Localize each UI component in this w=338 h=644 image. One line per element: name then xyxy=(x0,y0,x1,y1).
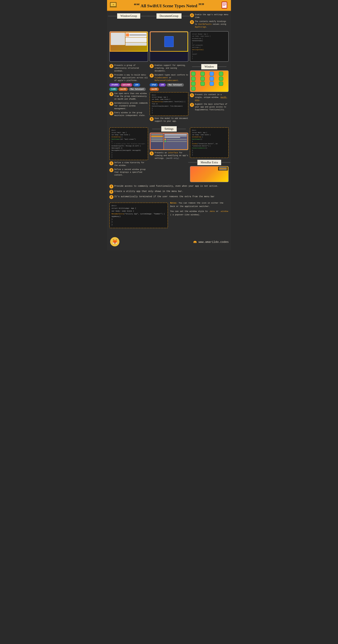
svg-rect-3 xyxy=(110,7,117,8)
header: 😺 ““ All SwiftUI Scene Types Noted ”” ✓ … xyxy=(107,0,231,11)
notes-area: Notes: You can remove the icon in either… xyxy=(170,201,229,229)
documentgroup-screenshot xyxy=(150,31,188,62)
num-2-def: 2 xyxy=(109,168,113,172)
num-1-settings: 1 xyxy=(150,152,154,156)
svg-text:🦊: 🦊 xyxy=(112,239,118,245)
window-main-code: @main struct Mail: App { var body: some … xyxy=(190,128,229,158)
middle-info-row: 1 Presents a group of identically struct… xyxy=(109,64,229,124)
documentgroup-label-area: DocumentGroup xyxy=(150,13,188,19)
badge-ipadOS: iPadOS xyxy=(109,83,120,86)
bottom-section: @main struct UtilityApp: App { var body:… xyxy=(109,201,229,229)
wg-define1: 1 Define a view hierarchy for the window… xyxy=(109,161,148,167)
num-1-wg: 1 xyxy=(109,64,113,68)
settings-point1: 1 Presents an interface for viewing and … xyxy=(150,152,188,160)
windowgroup-main-code: @main struct Mail: App { var body: some … xyxy=(109,128,148,160)
mascot-icon: 🦊 xyxy=(109,236,120,248)
windowgroup-screenshot xyxy=(109,31,148,62)
menubar-info-section: 1 Provide access to commonly used functi… xyxy=(109,184,229,199)
windowgroup-info: 1 Presents a group of identically struct… xyxy=(109,64,148,118)
badge-watchOS: watchOS xyxy=(121,83,132,86)
num-3-wg: 3 xyxy=(109,92,113,96)
num-2-wg: 2 xyxy=(109,74,113,78)
wg-platforms: iPadOS watchOS iOS tvOS macOS Mac Cataly… xyxy=(109,83,148,91)
wg-point2: 2 Provides a way to build data-driven ap… xyxy=(109,74,148,82)
num-2-win: 2 xyxy=(190,103,194,107)
window-label-area: Window xyxy=(190,64,229,70)
num-2-mb: 2 xyxy=(109,190,113,194)
num-1-def: 1 xyxy=(109,161,113,165)
windowgroup-label-area: WindowGroup xyxy=(109,13,148,19)
wg-code-area: @main struct Mail: App { var body: some … xyxy=(109,126,148,178)
badge-tvOS: tvOS xyxy=(109,88,118,91)
num-1-win: 1 xyxy=(190,93,194,97)
window-label: Window xyxy=(201,64,217,70)
svg-text:😺: 😺 xyxy=(112,3,115,6)
window-point1: 1 Present its content in a single, uniqu… xyxy=(190,93,229,102)
badge-dg-iOS: iOS xyxy=(159,83,166,86)
notes-note2-area: You can set the window style to .menu or… xyxy=(170,210,229,216)
dg-model: 0 Uses the model to add document support… xyxy=(150,117,188,123)
website-text[interactable]: www.amarildo.codes xyxy=(199,240,229,244)
badge-dg-macOS: macOS xyxy=(150,88,159,91)
settings-right-info: 2 Enable the app's settings menu item. 3… xyxy=(190,13,229,30)
settings-code-screenshot: struct MyApp: App { var body: some Scene… xyxy=(190,31,229,62)
settings-screenshot xyxy=(150,132,188,150)
page-title: ““ All SwiftUI Scene Types Noted ”” xyxy=(134,2,204,9)
wg-point1: 1 Presents a group of identically struct… xyxy=(109,64,148,72)
main-content: WindowGroup DocumentGroup 2 Enable the a… xyxy=(107,11,231,234)
top-labels-row: WindowGroup DocumentGroup 2 Enable the a… xyxy=(109,13,229,30)
settings-point3: 3 The contents modify bindings to UserDe… xyxy=(190,20,229,28)
menubar-code-area: @main struct UtilityApp: App { var body:… xyxy=(109,201,168,229)
badge-macOS: macOS xyxy=(118,88,128,91)
documentgroup-label: DocumentGroup xyxy=(156,13,182,19)
mb-point2: 2 Create a utility app that only shows i… xyxy=(109,190,229,194)
num-3-mb: 3 xyxy=(109,195,113,199)
window-section: Window xyxy=(190,64,229,112)
dg-platforms: iPad iOS Mac Catalyst macOS xyxy=(150,83,188,91)
settings-section-middle: Settings xyxy=(150,126,188,161)
wg-point5: 5 Every window in the group maintains in… xyxy=(109,111,148,117)
settings-point2: 2 Enable the app's settings menu item. xyxy=(190,13,229,19)
num-2-dg: 2 xyxy=(150,74,154,78)
window-code-area: @main struct Mail: App { var body: some … xyxy=(190,126,229,182)
menubarextra-screenshot xyxy=(190,166,229,182)
laptop-icon: 😺 xyxy=(109,1,118,10)
menu-style: .menu xyxy=(209,210,215,212)
num-4-wg: 4 xyxy=(109,102,113,106)
notes-note1: You can remove the icon in either the Do… xyxy=(170,202,223,208)
num-1-mb: 1 xyxy=(109,184,113,188)
wg-define2: 2 Define a second window group that disp… xyxy=(109,168,148,176)
code-row: @main struct Mail: App { var body: some … xyxy=(109,126,229,182)
footer: 🦊 www.amarildo.codes xyxy=(107,234,231,250)
badge-iOS: iOS xyxy=(133,83,140,86)
window-screenshot xyxy=(190,70,229,92)
num-5-wg: 5 xyxy=(109,111,113,116)
settings-label: Settings xyxy=(161,126,177,132)
windowgroup-label: WindowGroup xyxy=(117,13,140,19)
num-2-circle: 2 xyxy=(190,13,194,17)
documentgroup-code: @main struct MyApp: App { var body: some… xyxy=(150,92,188,116)
badge-dg-macCatalyst: Mac Catalyst xyxy=(167,83,184,86)
svg-text:✓: ✓ xyxy=(222,3,223,5)
mb-point3: 3 It's automatically terminated if the u… xyxy=(109,195,229,199)
wg-point4: 4 Automatically provide commands for sta… xyxy=(109,102,148,110)
badge-macCatalyst: Mac Catalyst xyxy=(129,88,146,91)
window-point2: 2 Augment the main interface of your app… xyxy=(190,103,229,111)
dg-point2: 2 Document types must conform to FileDoc… xyxy=(150,74,188,82)
documentgroup-info: 1 Enables support for opening, creating,… xyxy=(150,64,188,124)
mb-point1: 1 Provide access to commonly used functi… xyxy=(109,184,229,188)
website-area: www.amarildo.codes xyxy=(193,240,229,244)
num-1-dg: 1 xyxy=(150,64,154,68)
arrow-icon xyxy=(193,240,197,244)
screenshots-row: struct MyApp: App { var body: some Scene… xyxy=(109,31,229,62)
wg-point3: 3 Can open more than one window from the… xyxy=(109,92,148,100)
menubarextra-label: MenuBar Extra xyxy=(197,160,221,165)
quote-open: ““ xyxy=(134,2,140,8)
quote-close: ”” xyxy=(198,2,204,8)
badge-dg-ipad: iPad xyxy=(150,83,158,86)
window-style: .window xyxy=(220,210,228,212)
notes-label: Notes: xyxy=(170,202,178,204)
num-3-circle: 3 xyxy=(190,20,194,24)
dg-point1: 1 Enables support for opening, creating,… xyxy=(150,64,188,72)
menubar-code: @main struct UtilityApp: App { var body:… xyxy=(109,202,168,228)
